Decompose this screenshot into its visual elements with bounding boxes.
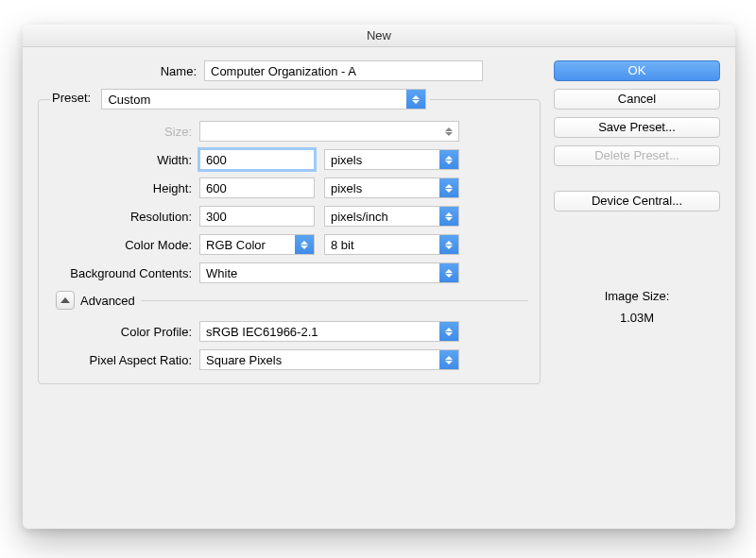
height-label: Height: — [50, 181, 199, 195]
pixel-aspect-ratio-label: Pixel Aspect Ratio: — [50, 353, 199, 367]
chevron-updown-icon — [439, 322, 458, 341]
chevron-updown-icon — [439, 178, 458, 197]
save-preset-button[interactable]: Save Preset... — [554, 117, 720, 138]
name-input[interactable] — [204, 60, 483, 81]
device-central-button[interactable]: Device Central... — [554, 191, 720, 211]
advanced-divider — [141, 300, 528, 301]
dialog-title: New — [23, 25, 735, 47]
color-profile-label: Color Profile: — [50, 325, 199, 339]
height-unit-select[interactable]: pixels — [324, 178, 459, 198]
image-size-value: 1.03M — [554, 307, 720, 329]
width-unit-select[interactable]: pixels — [324, 149, 459, 170]
chevron-updown-icon — [406, 90, 425, 109]
preset-legend: Preset: — [52, 91, 91, 105]
advanced-label: Advanced — [80, 294, 135, 308]
size-select — [199, 121, 459, 142]
resolution-input[interactable] — [199, 206, 315, 227]
preset-select[interactable]: Custom — [101, 89, 426, 110]
chevron-updown-icon — [439, 235, 458, 254]
triangle-up-icon — [60, 297, 70, 303]
preset-group: Preset: Custom Size: Width: — [38, 89, 541, 384]
image-size-label: Image Size: — [554, 285, 720, 307]
background-contents-label: Background Contents: — [50, 266, 199, 280]
chevron-updown-icon — [439, 122, 458, 141]
chevron-updown-icon — [439, 207, 458, 226]
chevron-updown-icon — [439, 263, 458, 282]
image-size-info: Image Size: 1.03M — [554, 285, 720, 330]
chevron-updown-icon — [295, 235, 314, 254]
width-label: Width: — [50, 153, 199, 167]
size-label: Size: — [50, 125, 199, 139]
color-mode-select[interactable]: RGB Color — [199, 234, 315, 255]
advanced-disclosure-button[interactable] — [56, 291, 75, 310]
height-input[interactable] — [199, 178, 315, 198]
chevron-updown-icon — [439, 350, 458, 369]
color-profile-select[interactable]: sRGB IEC61966-2.1 — [199, 321, 459, 342]
color-depth-select[interactable]: 8 bit — [324, 234, 459, 255]
cancel-button[interactable]: Cancel — [554, 89, 720, 110]
background-contents-select[interactable]: White — [199, 262, 459, 283]
new-document-dialog: New Name: Preset: Custom Size: — [23, 25, 735, 529]
resolution-label: Resolution: — [50, 210, 199, 224]
chevron-updown-icon — [439, 150, 458, 169]
pixel-aspect-ratio-select[interactable]: Square Pixels — [199, 349, 459, 370]
ok-button[interactable]: OK — [554, 60, 720, 81]
color-mode-label: Color Mode: — [50, 238, 199, 252]
width-input[interactable] — [199, 149, 315, 170]
delete-preset-button: Delete Preset... — [554, 145, 720, 166]
resolution-unit-select[interactable]: pixels/inch — [324, 206, 459, 227]
name-label: Name: — [38, 64, 204, 78]
